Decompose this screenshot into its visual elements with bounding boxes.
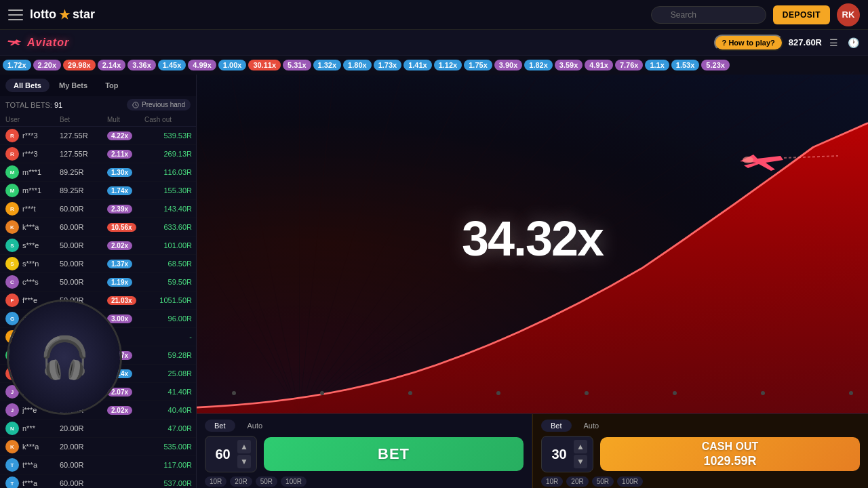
table-row: Ss***e50.00R2.02x101.00R	[0, 237, 196, 255]
game-area: 34.32x Bet Auto	[197, 75, 868, 488]
multiplier-badge[interactable]: 1.00x	[218, 60, 247, 70]
bet-increase-2[interactable]: ▲	[574, 440, 587, 453]
user-avatar[interactable]: RK	[837, 3, 860, 26]
multiplier-badge[interactable]: 5.31x	[283, 60, 311, 70]
svg-point-21	[496, 391, 500, 395]
tab-top[interactable]: Top	[97, 79, 126, 92]
table-row: Rr***3127.55R2.11x269.13R	[0, 145, 196, 163]
bet-presets-1: 10R 20R 50R 100R	[205, 476, 524, 487]
cashout-cell: 101.00R	[144, 241, 192, 249]
svg-point-23	[673, 391, 677, 395]
menu-icon[interactable]	[8, 9, 23, 20]
multiplier-badge[interactable]: 1.41x	[403, 60, 432, 70]
prev-hand-button[interactable]: Previous hand	[127, 99, 191, 110]
multiplier-badge[interactable]: 4.99x	[188, 60, 216, 70]
table-row: Tt***a60.00R117.00R	[0, 456, 196, 474]
username-label: m***1	[22, 186, 41, 195]
multiplier-badge[interactable]: 1.73x	[374, 60, 402, 70]
multiplier-badge[interactable]: 2.20x	[33, 60, 62, 70]
multiplier-badge[interactable]: 29.98x	[63, 60, 96, 70]
cashout-cell: -	[144, 333, 192, 341]
preset-20r-1[interactable]: 20R	[230, 476, 252, 487]
webcam-overlay: 🎧	[7, 300, 122, 415]
bet-tab-1[interactable]: Bet	[205, 420, 235, 432]
tab-all-bets[interactable]: All Bets	[5, 79, 50, 92]
auto-tab-1[interactable]: Auto	[238, 420, 273, 432]
multiplier-badge[interactable]: 30.11x	[248, 60, 281, 70]
bet-tab-2[interactable]: Bet	[541, 420, 572, 432]
preset-50r-1[interactable]: 50R	[256, 476, 277, 487]
col-cashout: Cash out	[144, 116, 192, 123]
mult-cell: 2.02x	[107, 241, 144, 249]
multiplier-badge[interactable]: 1.1x	[645, 60, 669, 70]
mult-pill: 1.74x	[107, 186, 132, 195]
game-canvas: 34.32x	[197, 75, 868, 413]
bet-presets-2: 10R 20R 50R 100R	[541, 476, 860, 487]
user-cell: Mm***1	[5, 184, 60, 197]
multiplier-badge[interactable]: 1.80x	[343, 60, 372, 70]
table-row: Mm***189.25R1.30x116.03R	[0, 163, 196, 182]
multiplier-badge[interactable]: 1.12x	[434, 60, 462, 70]
preset-20r-2[interactable]: 20R	[566, 476, 588, 487]
settings-icon[interactable]: ☰	[827, 35, 840, 50]
table-row: Rr***t60.00R2.39x143.40R	[0, 200, 196, 218]
mult-cell: 3.00x	[107, 314, 144, 323]
bet-button-1[interactable]: BET	[264, 437, 524, 471]
bet-amount-2: 30 ▲ ▼	[541, 436, 593, 472]
mult-cell: 2.07x	[107, 388, 144, 396]
multiplier-badge[interactable]: 1.75x	[464, 60, 492, 70]
bet-decrease-1[interactable]: ▼	[237, 455, 251, 468]
bets-tabs: All Bets My Bets Top	[0, 75, 196, 96]
cashout-button[interactable]: CASH OUT 1029.59R	[600, 437, 860, 471]
multiplier-badge[interactable]: 1.53x	[671, 60, 700, 70]
search-wrapper	[651, 6, 766, 24]
table-row: Ss***n50.00R1.37x68.50R	[0, 255, 196, 273]
bet-panel-1: Bet Auto 60 ▲ ▼ BET 10R 20R	[197, 414, 532, 488]
bet-amount-cell: 50.00R	[60, 260, 107, 268]
multiplier-badge[interactable]: 2.14x	[98, 60, 126, 70]
how-to-play-button[interactable]: ? How to play?	[714, 35, 783, 51]
cashout-cell: 47.00R	[144, 424, 192, 432]
mult-pill: 4.22x	[107, 131, 132, 140]
username-label: s***e	[22, 241, 39, 249]
left-panel: All Bets My Bets Top TOTAL BETS: 91 Prev…	[0, 75, 197, 488]
bet-amount-cell: 20.00R	[60, 424, 107, 432]
plane-logo-icon	[7, 37, 23, 48]
bet-panel-2: Bet Auto 30 ▲ ▼ CASH OUT 1029.59R	[532, 414, 868, 488]
cashout-cell: 537.00R	[144, 479, 192, 487]
cashout-label: CASH OUT	[702, 441, 759, 453]
preset-100r-1[interactable]: 100R	[281, 476, 307, 487]
sub-header-right: ? How to play? 827.60R ☰ 🕐	[714, 35, 861, 51]
multiplier-badge[interactable]: 3.90x	[494, 60, 523, 70]
cashout-cell: 116.03R	[144, 168, 192, 176]
search-input[interactable]	[651, 6, 766, 24]
multiplier-badge[interactable]: 1.32x	[313, 60, 342, 70]
webcam-feed: 🎧	[9, 302, 120, 413]
multiplier-badge[interactable]: 3.36x	[127, 60, 156, 70]
mult-cell: 10.56x	[107, 223, 144, 231]
multiplier-badge[interactable]: 3.59x	[555, 60, 583, 70]
multiplier-badge[interactable]: 1.82x	[524, 60, 553, 70]
tab-my-bets[interactable]: My Bets	[51, 79, 96, 92]
clock-icon[interactable]: 🕐	[846, 35, 861, 50]
bet-decrease-2[interactable]: ▼	[574, 455, 587, 468]
mult-pill: 2.39x	[107, 205, 132, 214]
preset-50r-2[interactable]: 50R	[592, 476, 614, 487]
deposit-button[interactable]: DEPOSIT	[773, 5, 830, 24]
username-label: c***s	[22, 278, 39, 286]
bet-increase-1[interactable]: ▲	[237, 440, 251, 453]
bet-controls-2: 30 ▲ ▼ CASH OUT 1029.59R	[541, 436, 860, 472]
multiplier-badge[interactable]: 4.91x	[585, 60, 613, 70]
col-bet: Bet	[60, 116, 107, 123]
auto-tab-2[interactable]: Auto	[574, 420, 609, 432]
multiplier-badge[interactable]: 7.76x	[615, 60, 644, 70]
bet-adj-2: ▲ ▼	[574, 440, 587, 468]
multiplier-badge[interactable]: 5.23x	[701, 60, 730, 70]
cashout-cell: 59.50R	[144, 278, 192, 286]
multiplier-badge[interactable]: 1.72x	[3, 60, 31, 70]
preset-10r-2[interactable]: 10R	[541, 476, 563, 487]
preset-10r-1[interactable]: 10R	[205, 476, 226, 487]
preset-100r-2[interactable]: 100R	[617, 476, 643, 487]
user-avatar-small: S	[5, 239, 19, 252]
multiplier-badge[interactable]: 1.45x	[158, 60, 186, 70]
